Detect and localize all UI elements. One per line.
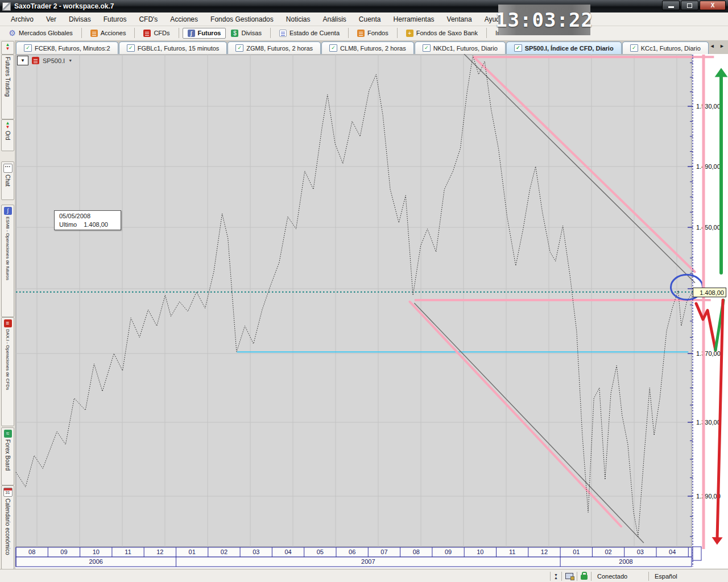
price-series-line[interactable] (16, 56, 693, 537)
title-bar: SaxoTrader 2 - workspace.ok.7 X (0, 0, 728, 13)
toolbar-separator (179, 28, 179, 38)
price-chart[interactable]: 1.530,001.490,001.450,001.370,001.330,00… (0, 0, 728, 582)
tab-kcc1-futuros-diario[interactable]: ✓KCc1, Futuros, Diario (622, 41, 709, 54)
globe-gear-icon: ⚙ (9, 30, 16, 37)
menu-divisas[interactable]: Divisas (63, 14, 97, 25)
chart-dropdown-button[interactable]: ▼ (17, 56, 28, 65)
year-label: 2008 (619, 558, 632, 565)
menu-herramientas[interactable]: Herramientas (387, 14, 441, 25)
cfd-red-icon: ≡ (4, 319, 12, 327)
toolbar-estado-de-cuenta[interactable]: Estado de Cuenta (274, 28, 345, 39)
toolbar-acciones[interactable]: Acciones (85, 28, 131, 39)
orders-icon: ▲▼ (6, 121, 10, 129)
month-label: 09 (445, 548, 452, 555)
menu-bar: ArchivoVerDivisasFuturosCFD'sAccionesFon… (0, 13, 728, 26)
minimize-button[interactable] (662, 1, 680, 10)
window-title: SaxoTrader 2 - workspace.ok.7 (14, 2, 114, 10)
month-label: 01 (189, 548, 196, 555)
y-axis-label: 1.530,00 (696, 103, 721, 110)
sidebar-item-futures-trading[interactable]: Futures Trading (1, 55, 14, 119)
tab-clm8-futuros-2-horas[interactable]: ✓CLM8, Futuros, 2 horas (321, 41, 414, 54)
pink-downtrend-upper[interactable] (474, 57, 694, 272)
sidebar-item-dax-i-operaciones-de-cfds[interactable]: ≡DAX.I - Operaciones de CFDs (1, 317, 14, 426)
language-indicator: Español (652, 573, 728, 580)
pink-downtrend-lower[interactable] (410, 302, 621, 526)
app-icon (2, 2, 11, 11)
menu-noticias[interactable]: Noticias (280, 14, 317, 25)
month-axis-row (16, 547, 692, 557)
sidebar-item-esm8-operaciones-de-futuros[interactable]: ∫ESM8 - Operaciones de futuros (1, 205, 14, 317)
toolbar-divisas[interactable]: $Divisas (226, 28, 266, 39)
month-label: 02 (221, 548, 228, 555)
instrument-label: SP500.I (43, 57, 65, 64)
month-label: 07 (380, 548, 387, 555)
toolbar: ⚙Mercados GlobalesAccionesCFDs∫Futuros$D… (0, 26, 728, 40)
menu-an-lisis[interactable]: Análisis (316, 14, 352, 25)
month-label: 06 (349, 548, 355, 555)
sidebar-item-label: Calendario económico (5, 498, 11, 555)
futures-blue-icon: ∫ (4, 207, 12, 215)
toolbar-label: Fondos de Saxo Bank (416, 30, 478, 36)
month-label: 03 (637, 548, 644, 555)
tab-label: SP500.I, Índice de CFD, Diario (525, 45, 614, 52)
year-label: 2006 (89, 558, 103, 565)
menu-cfd-s[interactable]: CFD's (133, 14, 164, 25)
chart-window-icon: ✓ (127, 44, 135, 52)
green-rebound-line[interactable] (715, 300, 723, 350)
menu-ver[interactable]: Ver (40, 14, 63, 25)
month-label: 04 (669, 548, 676, 555)
toolbar-futuros[interactable]: ∫Futuros (183, 28, 226, 39)
tab-fgblc1-futuros-15-minutos[interactable]: ✓FGBLc1, Futuros, 15 minutos (119, 41, 228, 54)
gray-downtrend-lower[interactable] (415, 304, 644, 543)
menu-fondos-gestionados[interactable]: Fondos Gestionados (204, 14, 280, 25)
instrument-dropdown-icon[interactable]: ▼ (68, 59, 72, 63)
menu-acciones[interactable]: Acciones (164, 14, 204, 25)
menu-archivo[interactable]: Archivo (5, 14, 40, 25)
red-down-arrow[interactable] (717, 300, 723, 539)
plot-area[interactable] (16, 55, 692, 547)
close-button[interactable]: X (700, 1, 726, 10)
chart-window-icon: ✓ (630, 44, 638, 52)
sidebar-item-chat[interactable]: ···Chat (1, 161, 14, 200)
cfd-icon (32, 57, 39, 64)
toolbar-cfds[interactable]: CFDs (138, 28, 175, 39)
cfd-icon (143, 30, 151, 37)
menu-cuenta[interactable]: Cuenta (353, 14, 387, 25)
toolbar-fondos-de-saxo-bank[interactable]: +Fondos de Saxo Bank (401, 28, 483, 39)
forex-green-icon: ≈ (4, 430, 12, 438)
toolbar-label: CFDs (154, 30, 169, 36)
gray-downtrend-upper[interactable] (464, 54, 694, 282)
year-label: 2007 (361, 558, 375, 565)
tab-fcek8-futuros-minutos-2[interactable]: ✓FCEK8, Futuros, Minutos:2 (16, 41, 118, 54)
fx-icon: $ (231, 30, 238, 37)
menu-futuros[interactable]: Futuros (97, 14, 133, 25)
sidebar-item-label: Forex Board (5, 439, 11, 471)
sidebar-item-calendario-econ-mico[interactable]: 31Calendario económico (1, 485, 14, 569)
toolbar-separator (134, 28, 135, 38)
chart-canvas-bg (15, 54, 728, 568)
tab-nkdc1-futuros-diario[interactable]: ✓NKDc1, Futuros, Diario (415, 41, 506, 54)
chat-icon: ··· (3, 164, 13, 173)
hourglass-icon: ▼▲ (554, 573, 558, 579)
arrow-head (715, 68, 728, 77)
toolbar-separator (397, 28, 398, 38)
sidebar-item-ord[interactable]: ▲▼Ord (1, 119, 14, 151)
saxo-funds-icon: + (406, 30, 413, 37)
toolbar-fondos[interactable]: Fondos (352, 28, 394, 39)
tab-zgm8-futuros-2-horas[interactable]: ✓ZGM8, Futuros, 2 horas (228, 41, 321, 54)
sidebar-item-forex-board[interactable]: ≈Forex Board (1, 427, 14, 485)
restore-button[interactable] (681, 1, 698, 10)
tab-sp500-i-ndice-de-cfd-diario[interactable]: ✓SP500.I, Índice de CFD, Diario (506, 41, 622, 54)
month-label: 10 (93, 548, 100, 555)
axis-corner-box (693, 547, 701, 560)
tab-scroll-arrows[interactable]: ◄ ► (710, 43, 726, 49)
toolbar-mercados-globales[interactable]: ⚙Mercados Globales (3, 28, 78, 39)
red-zigzag[interactable] (696, 304, 715, 350)
menu-ventana[interactable]: Ventana (441, 14, 478, 25)
tab-label: FCEK8, Futuros, Minutos:2 (35, 45, 110, 52)
month-label: 11 (509, 548, 515, 555)
sidebar-item-label: Chat (5, 174, 11, 186)
month-label: 03 (253, 548, 259, 555)
left-dock: ▲▼Futures Trading▲▼Ord···Chat∫ESM8 - Ope… (0, 40, 15, 569)
shares-icon (90, 30, 98, 37)
